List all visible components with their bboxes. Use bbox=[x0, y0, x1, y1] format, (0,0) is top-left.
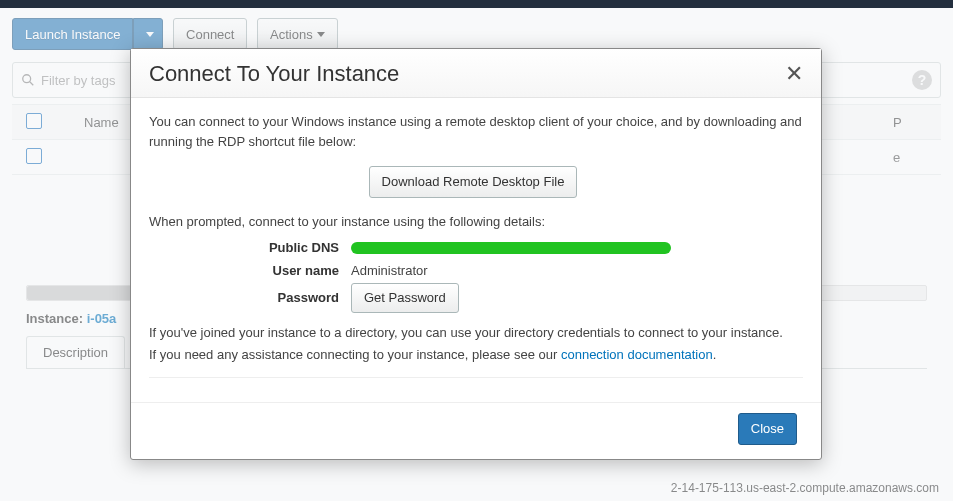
chevron-down-icon bbox=[146, 32, 154, 37]
row-checkbox[interactable] bbox=[26, 148, 42, 164]
titlebar bbox=[0, 0, 953, 8]
tab-description[interactable]: Description bbox=[26, 336, 125, 368]
user-name-label: User name bbox=[149, 261, 351, 281]
svg-line-1 bbox=[30, 82, 34, 86]
svg-point-0 bbox=[23, 75, 31, 83]
close-icon[interactable]: ✕ bbox=[785, 61, 803, 87]
user-name-value: Administrator bbox=[351, 261, 428, 281]
launch-instance-button[interactable]: Launch Instance bbox=[12, 18, 133, 50]
actions-label: Actions bbox=[270, 27, 313, 42]
modal-title: Connect To Your Instance bbox=[149, 61, 399, 87]
modal-intro-text: You can connect to your Windows instance… bbox=[149, 112, 803, 152]
select-all-checkbox[interactable] bbox=[26, 113, 42, 129]
public-dns-value-redacted bbox=[351, 242, 671, 254]
divider bbox=[149, 377, 803, 378]
instance-id[interactable]: i-05a bbox=[87, 311, 117, 326]
col-p[interactable]: P bbox=[879, 105, 941, 140]
connect-modal: Connect To Your Instance ✕ You can conne… bbox=[130, 48, 822, 460]
directory-credentials-text: If you've joined your instance to a dire… bbox=[149, 323, 803, 343]
chevron-down-icon bbox=[317, 32, 325, 37]
public-dns-label: Public DNS bbox=[149, 238, 351, 258]
connection-documentation-link[interactable]: connection documentation bbox=[561, 347, 713, 362]
help-icon[interactable]: ? bbox=[912, 70, 932, 90]
instance-label: Instance: bbox=[26, 311, 83, 326]
close-button[interactable]: Close bbox=[738, 413, 797, 445]
footer-dns: 2-14-175-113.us-east-2.compute.amazonaws… bbox=[671, 481, 939, 495]
help-line: If you need any assistance connecting to… bbox=[149, 345, 803, 365]
help-text-suffix: . bbox=[713, 347, 717, 362]
connect-button[interactable]: Connect bbox=[173, 18, 247, 50]
filter-placeholder: Filter by tags bbox=[41, 73, 115, 88]
zone-cell: e bbox=[879, 140, 941, 175]
download-rdp-button[interactable]: Download Remote Desktop File bbox=[369, 166, 578, 198]
password-label: Password bbox=[149, 288, 351, 308]
launch-instance-dropdown[interactable] bbox=[133, 18, 163, 50]
get-password-button[interactable]: Get Password bbox=[351, 283, 459, 313]
search-icon bbox=[21, 73, 35, 87]
help-text-prefix: If you need any assistance connecting to… bbox=[149, 347, 561, 362]
modal-prompt-text: When prompted, connect to your instance … bbox=[149, 212, 803, 232]
actions-dropdown-button[interactable]: Actions bbox=[257, 18, 338, 50]
